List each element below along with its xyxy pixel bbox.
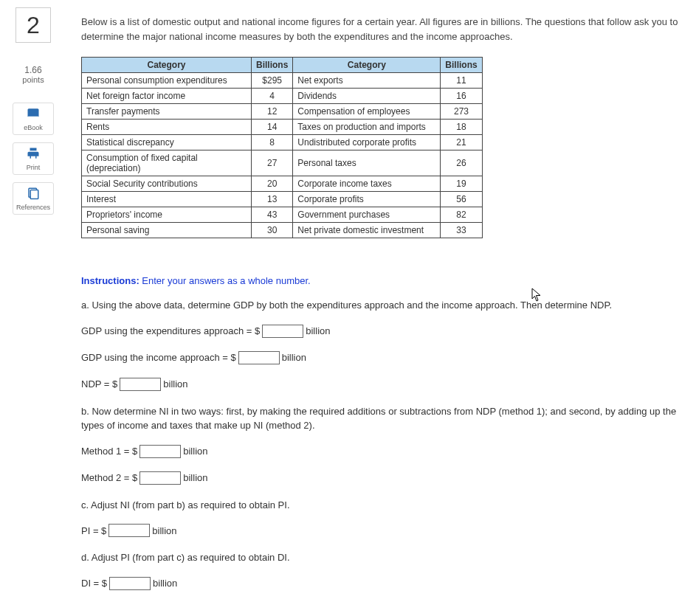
table-cell-value: 26	[441, 150, 482, 176]
table-row: Social Security contributions20Corporate…	[82, 176, 483, 192]
table-cell-value: 273	[441, 104, 482, 120]
ndp-input[interactable]	[120, 378, 161, 391]
question-d: d. Adjust PI (from part c) as required t…	[81, 550, 689, 565]
question-b: b. Now determine NI in two ways: first, …	[81, 404, 689, 433]
print-button[interactable]: Print	[13, 142, 54, 175]
unit-billion: billion	[306, 325, 330, 336]
table-cell-category: Dividends	[293, 89, 441, 104]
gdp-exp-input[interactable]	[262, 325, 303, 338]
instructions-label: Instructions:	[81, 275, 139, 286]
instructions-text: Enter your answers as a whole number.	[139, 275, 311, 286]
question-c: c. Adjust NI (from part b) as required t…	[81, 498, 689, 513]
references-icon	[27, 187, 40, 202]
table-row: Personal consumption expenditures$295Net…	[82, 73, 483, 89]
table-cell-value: 33	[441, 223, 482, 238]
table-cell-category: Corporate profits	[293, 192, 441, 207]
table-cell-category: Taxes on production and imports	[293, 120, 441, 135]
table-row: Consumption of fixed capital (depreciati…	[82, 150, 483, 176]
data-table: Category Billions Category Billions Pers…	[81, 57, 483, 238]
pi-label: PI = $	[81, 525, 106, 536]
di-label: DI = $	[81, 578, 107, 589]
gdp-inc-label: GDP using the income approach = $	[81, 352, 236, 363]
table-cell-category: Consumption of fixed capital (depreciati…	[82, 150, 252, 176]
table-cell-value: 11	[441, 73, 482, 89]
table-cell-category: Proprietors' income	[82, 207, 252, 223]
table-cell-category: Net foreign factor income	[82, 89, 252, 104]
table-cell-category: Net exports	[293, 73, 441, 89]
method2-label: Method 2 = $	[81, 472, 137, 483]
unit-billion: billion	[183, 472, 207, 483]
book-icon	[27, 107, 40, 122]
table-cell-value: 82	[441, 207, 482, 223]
table-cell-category: Corporate income taxes	[293, 176, 441, 192]
ndp-label: NDP = $	[81, 378, 117, 390]
table-cell-value: 12	[252, 104, 293, 120]
table-header-category-2: Category	[293, 58, 441, 73]
table-row: Proprietors' income43Government purchase…	[82, 207, 483, 223]
table-cell-value: $295	[252, 73, 293, 89]
unit-billion: billion	[152, 525, 176, 536]
table-header-billions-2: Billions	[441, 58, 482, 73]
method2-input[interactable]	[139, 471, 181, 485]
table-cell-value: 56	[441, 192, 482, 207]
table-row: Rents14Taxes on production and imports18	[82, 120, 483, 135]
table-cell-category: Compensation of employees	[293, 104, 441, 120]
table-cell-value: 27	[252, 150, 293, 176]
references-button[interactable]: References	[13, 182, 54, 215]
ebook-button[interactable]: eBook	[13, 103, 54, 135]
table-cell-category: Interest	[82, 192, 252, 207]
unit-billion: billion	[163, 378, 187, 390]
table-cell-value: 4	[252, 89, 293, 104]
table-cell-value: 16	[441, 89, 482, 104]
points-value: 1.66	[22, 65, 44, 75]
table-cell-value: 14	[252, 120, 293, 135]
table-header-billions: Billions	[252, 58, 293, 73]
table-cell-category: Net private domestic investment	[293, 223, 441, 238]
table-cell-category: Undistributed corporate profits	[293, 135, 441, 150]
table-row: Statistical discrepancy8Undistributed co…	[82, 135, 483, 150]
instructions-line: Instructions: Enter your answers as a wh…	[81, 275, 689, 286]
table-cell-category: Personal consumption expenditures	[82, 73, 252, 89]
unit-billion: billion	[282, 352, 306, 363]
table-cell-value: 20	[252, 176, 293, 192]
table-row: Transfer payments12Compensation of emplo…	[82, 104, 483, 120]
table-cell-value: 13	[252, 192, 293, 207]
question-number-box: 2	[15, 7, 51, 43]
unit-billion: billion	[183, 446, 207, 457]
table-cell-category: Personal saving	[82, 223, 252, 238]
gdp-inc-input[interactable]	[238, 351, 280, 364]
table-cell-category: Social Security contributions	[82, 176, 252, 192]
points-label: points	[22, 75, 44, 84]
ebook-label: eBook	[24, 124, 43, 131]
printer-icon	[27, 147, 40, 162]
di-input[interactable]	[109, 577, 151, 590]
table-cell-category: Transfer payments	[82, 104, 252, 120]
method1-label: Method 1 = $	[81, 446, 137, 457]
points-box: 1.66 points	[22, 65, 44, 84]
question-a: a. Using the above data, determine GDP b…	[81, 298, 689, 313]
references-label: References	[16, 204, 50, 211]
table-cell-value: 8	[252, 135, 293, 150]
table-cell-category: Statistical discrepancy	[82, 135, 252, 150]
gdp-exp-label: GDP using the expenditures approach = $	[81, 325, 260, 336]
table-cell-category: Government purchases	[293, 207, 441, 223]
method1-input[interactable]	[139, 445, 181, 458]
cursor-icon	[531, 288, 542, 305]
intro-text: Below is a list of domestic output and n…	[81, 15, 689, 44]
table-row: Interest13Corporate profits56	[82, 192, 483, 207]
table-cell-category: Personal taxes	[293, 150, 441, 176]
table-cell-value: 30	[252, 223, 293, 238]
pi-input[interactable]	[108, 524, 150, 537]
table-header-category: Category	[82, 58, 252, 73]
table-row: Net foreign factor income4Dividends16	[82, 89, 483, 104]
table-cell-value: 19	[441, 176, 482, 192]
table-cell-category: Rents	[82, 120, 252, 135]
print-label: Print	[27, 164, 41, 171]
svg-rect-1	[30, 190, 38, 198]
table-cell-value: 43	[252, 207, 293, 223]
table-cell-value: 18	[441, 120, 482, 135]
table-row: Personal saving30Net private domestic in…	[82, 223, 483, 238]
question-number: 2	[27, 12, 40, 39]
table-cell-value: 21	[441, 135, 482, 150]
unit-billion: billion	[153, 578, 177, 589]
